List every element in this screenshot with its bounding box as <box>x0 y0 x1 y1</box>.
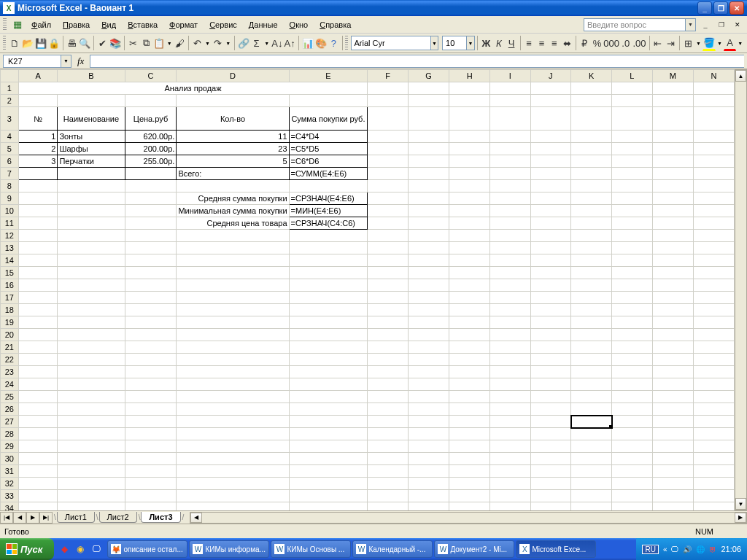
cell-G28[interactable] <box>409 428 449 440</box>
cell-N3[interactable] <box>693 107 734 131</box>
cell-C13[interactable] <box>125 242 177 254</box>
cell-G31[interactable] <box>409 465 449 478</box>
cell-D4[interactable]: 11 <box>177 131 289 143</box>
cell-J17[interactable] <box>530 292 571 304</box>
cell-D19[interactable] <box>177 316 289 329</box>
cell-J18[interactable] <box>530 304 571 316</box>
autosum-icon[interactable]: Σ <box>250 35 263 51</box>
cell-H5[interactable] <box>449 143 490 155</box>
cell-E6[interactable]: =C6*D6 <box>289 155 368 168</box>
cell-L20[interactable] <box>612 329 653 341</box>
cell-I23[interactable] <box>490 366 530 378</box>
cell-H12[interactable] <box>449 230 490 242</box>
menu-file[interactable]: Файл <box>26 19 57 31</box>
fill-color-icon[interactable]: 🪣 <box>703 35 716 51</box>
cell-N10[interactable] <box>693 205 734 217</box>
cell-N9[interactable] <box>693 192 734 205</box>
cell-B27[interactable] <box>58 416 125 428</box>
cell-B33[interactable] <box>58 490 125 502</box>
cell-G8[interactable] <box>409 180 449 192</box>
cell-J4[interactable] <box>530 131 571 143</box>
cell-L28[interactable] <box>612 428 653 440</box>
redo-icon[interactable]: ↷ <box>212 35 224 51</box>
name-box[interactable]: K27 <box>3 55 61 68</box>
cell-D22[interactable] <box>177 354 289 366</box>
cell-C29[interactable] <box>125 440 177 453</box>
row-header-31[interactable]: 31 <box>1 465 19 478</box>
cell-J5[interactable] <box>530 143 571 155</box>
scroll-right-icon[interactable]: ▶ <box>735 513 746 523</box>
cell-J15[interactable] <box>530 267 571 279</box>
cell-F6[interactable] <box>368 155 409 168</box>
cell-K12[interactable] <box>571 230 612 242</box>
tray-display-icon[interactable]: 🖵 <box>671 545 678 553</box>
cell-M14[interactable] <box>652 254 693 267</box>
format-painter-icon[interactable]: 🖌 <box>174 35 186 51</box>
cell-A7[interactable] <box>18 168 58 180</box>
cell-E13[interactable] <box>289 242 368 254</box>
cell-M18[interactable] <box>652 304 693 316</box>
cell-J32[interactable] <box>530 478 571 490</box>
cell-I2[interactable] <box>490 95 530 107</box>
cell-M5[interactable] <box>652 143 693 155</box>
lang-indicator[interactable]: RU <box>642 545 658 554</box>
cell-K19[interactable] <box>571 316 612 329</box>
cell-F32[interactable] <box>368 478 409 490</box>
size-dropdown[interactable]: ▼ <box>467 36 475 50</box>
cell-I14[interactable] <box>490 254 530 267</box>
cell-E31[interactable] <box>289 465 368 478</box>
cell-K10[interactable] <box>571 205 612 217</box>
cell-C15[interactable] <box>125 267 177 279</box>
cell-L15[interactable] <box>612 267 653 279</box>
cell-B26[interactable] <box>58 403 125 416</box>
cell-N22[interactable] <box>693 354 734 366</box>
cell-K16[interactable] <box>571 279 612 292</box>
col-header-I[interactable]: I <box>490 70 530 82</box>
cell-M21[interactable] <box>652 341 693 354</box>
cell-A25[interactable] <box>18 391 58 403</box>
cell-H31[interactable] <box>449 465 490 478</box>
cell-K23[interactable] <box>571 366 612 378</box>
cell-C19[interactable] <box>125 316 177 329</box>
cell-B11[interactable] <box>58 217 125 230</box>
cell-G13[interactable] <box>409 242 449 254</box>
row-header-2[interactable]: 2 <box>1 95 19 107</box>
cell-A14[interactable] <box>18 254 58 267</box>
cell-I16[interactable] <box>490 279 530 292</box>
close-button[interactable]: ✕ <box>729 1 744 15</box>
cell-F4[interactable] <box>368 131 409 143</box>
cell-N29[interactable] <box>693 440 734 453</box>
inc-decimal-icon[interactable]: .0 <box>619 35 632 51</box>
cell-E14[interactable] <box>289 254 368 267</box>
cell-G15[interactable] <box>409 267 449 279</box>
cell-I20[interactable] <box>490 329 530 341</box>
cell-N6[interactable] <box>693 155 734 168</box>
paste-dropdown[interactable]: ▼ <box>166 41 174 46</box>
cell-M16[interactable] <box>652 279 693 292</box>
cell-A33[interactable] <box>18 490 58 502</box>
cell-D3[interactable]: Кол-во <box>177 107 289 131</box>
cell-N7[interactable] <box>693 168 734 180</box>
cell-I28[interactable] <box>490 428 530 440</box>
cell-B13[interactable] <box>58 242 125 254</box>
cell-E8[interactable] <box>289 180 368 192</box>
select-all-corner[interactable] <box>1 70 19 82</box>
row-header-9[interactable]: 9 <box>1 192 19 205</box>
vertical-scrollbar[interactable]: ▲ ▼ <box>735 69 747 510</box>
col-header-B[interactable]: B <box>58 70 125 82</box>
cell-J2[interactable] <box>530 95 571 107</box>
horizontal-scrollbar[interactable]: ◀ ▶ <box>190 512 747 524</box>
cell-N23[interactable] <box>693 366 734 378</box>
cell-M6[interactable] <box>652 155 693 168</box>
cell-M9[interactable] <box>652 192 693 205</box>
cell-H7[interactable] <box>449 168 490 180</box>
clock[interactable]: 21:06 <box>721 545 741 553</box>
cell-J30[interactable] <box>530 453 571 465</box>
comma-icon[interactable]: 000 <box>603 35 619 51</box>
cell-D34[interactable] <box>177 502 289 511</box>
cell-C34[interactable] <box>125 502 177 511</box>
cell-G6[interactable] <box>409 155 449 168</box>
row-header-10[interactable]: 10 <box>1 205 19 217</box>
cell-C26[interactable] <box>125 403 177 416</box>
cell-B29[interactable] <box>58 440 125 453</box>
